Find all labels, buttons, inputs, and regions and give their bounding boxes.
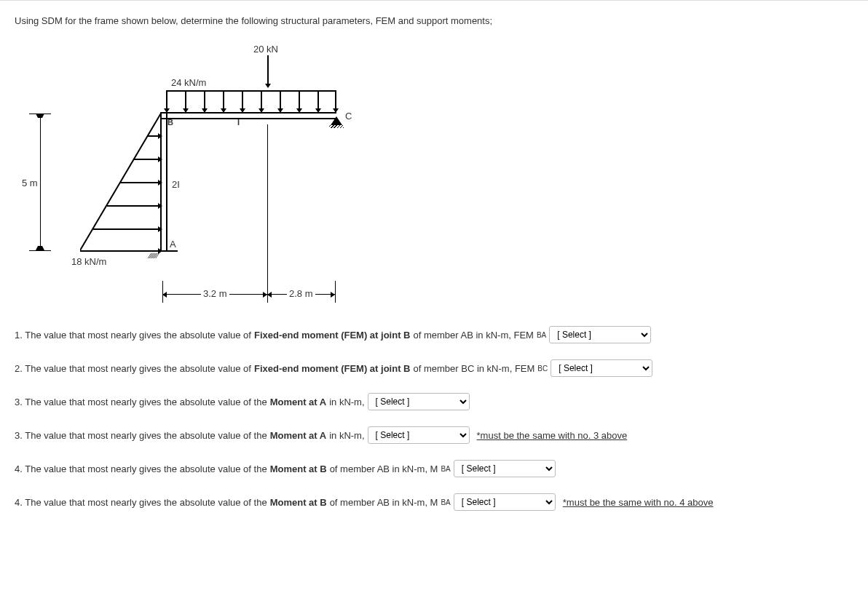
note-q4: *must be the same with no. 4 above	[563, 497, 714, 508]
intro-text: Using SDM for the frame shown below, det…	[15, 15, 852, 26]
question-3: 3. The value that most nearly gives the …	[15, 393, 852, 410]
joint-b-label: B	[167, 118, 173, 127]
beam-bc	[160, 112, 336, 119]
frame-diagram: 20 kN 24 kN/m B I C 2I A ///////	[15, 33, 357, 310]
select-q3b[interactable]: [ Select ]	[368, 426, 470, 444]
point-load-label: 20 kN	[253, 44, 278, 55]
support-c-pin	[331, 116, 342, 125]
joint-c-label: C	[345, 111, 352, 122]
question-4b: 4. The value that most nearly gives the …	[15, 493, 852, 511]
select-q2[interactable]: [ Select ]	[551, 359, 652, 377]
dim-3-2m: 3.2 m	[201, 288, 229, 299]
note-q3: *must be the same with no. 3 above	[477, 430, 628, 441]
point-load-arrow	[267, 55, 269, 84]
label-2i: 2I	[172, 179, 180, 190]
label-i: I	[237, 118, 240, 127]
fixed-support-a: ///////	[147, 252, 159, 260]
question-4: 4. The value that most nearly gives the …	[15, 460, 852, 477]
select-q1[interactable]: [ Select ]	[549, 326, 651, 343]
question-3b: 3. The value that most nearly gives the …	[15, 426, 852, 444]
dist-load-top-label: 24 kN/m	[171, 77, 206, 88]
joint-a-label: A	[170, 239, 176, 250]
question-1: 1. The value that most nearly gives the …	[15, 326, 852, 343]
select-q4[interactable]: [ Select ]	[454, 460, 556, 477]
select-q4b[interactable]: [ Select ]	[454, 493, 556, 511]
question-2: 2. The value that most nearly gives the …	[15, 359, 852, 377]
dist-load-side-label: 18 kN/m	[71, 256, 106, 267]
select-q3[interactable]: [ Select ]	[368, 393, 470, 410]
dim-2-8m: 2.8 m	[287, 288, 315, 299]
dim-5m: 5 m	[22, 178, 38, 188]
